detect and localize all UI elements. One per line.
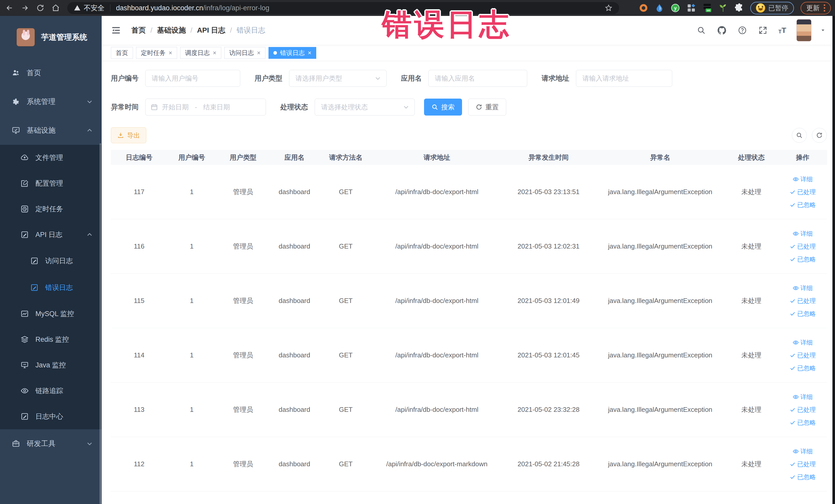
extension-drop-icon[interactable] bbox=[655, 3, 664, 13]
extensions-puzzle-icon[interactable] bbox=[734, 3, 744, 13]
sidebar-item-label: 错误日志 bbox=[45, 283, 73, 292]
security-chip[interactable]: 不安全 bbox=[84, 3, 104, 13]
app-name-input[interactable] bbox=[428, 70, 527, 87]
sidebar-item-log-center[interactable]: 日志中心 bbox=[0, 404, 102, 429]
browser-reload-icon[interactable] bbox=[34, 2, 46, 14]
detail-link[interactable]: 详细 bbox=[793, 285, 813, 291]
detail-link[interactable]: 详细 bbox=[793, 339, 813, 346]
browser-back-icon[interactable] bbox=[4, 2, 15, 14]
sidebar-item-java-monitor[interactable]: Java 监控 bbox=[0, 352, 102, 378]
avatar-caret-icon[interactable] bbox=[820, 27, 826, 33]
process-status-select[interactable]: 请选择处理状态 bbox=[315, 99, 415, 116]
mark-processed-link[interactable]: 已处理 bbox=[790, 298, 816, 304]
sidebar-item-label: 访问日志 bbox=[45, 256, 73, 265]
sidebar-item-home[interactable]: 首页 bbox=[0, 59, 102, 87]
extension-green-y-icon[interactable]: y bbox=[671, 3, 680, 13]
github-icon[interactable] bbox=[717, 25, 727, 36]
tab-schedule-log[interactable]: 调度日志 × bbox=[180, 47, 221, 59]
search-button[interactable]: 搜索 bbox=[424, 99, 462, 116]
mark-ignored-link[interactable]: 已忽略 bbox=[790, 474, 816, 480]
mark-processed-link[interactable]: 已处理 bbox=[790, 189, 816, 195]
mark-ignored-link[interactable]: 已忽略 bbox=[790, 365, 816, 371]
sidebar-item-error-log[interactable]: 错误日志 bbox=[0, 274, 102, 301]
sidebar-item-label: Java 监控 bbox=[36, 361, 66, 370]
breadcrumb-home[interactable]: 首页 bbox=[131, 25, 146, 35]
mark-processed-link[interactable]: 已处理 bbox=[790, 352, 816, 358]
tab-close-icon[interactable]: × bbox=[257, 50, 261, 56]
row-actions: 详细 已处理 已忽略 bbox=[778, 165, 827, 219]
detail-link[interactable]: 详细 bbox=[793, 394, 813, 400]
user-id-input[interactable] bbox=[145, 70, 240, 87]
check-icon bbox=[790, 189, 796, 195]
sidebar-item-system[interactable]: 系统管理 bbox=[0, 87, 102, 116]
mark-processed-link[interactable]: 已处理 bbox=[790, 407, 816, 413]
extension-grid-icon[interactable] bbox=[687, 3, 696, 13]
search-icon[interactable] bbox=[696, 25, 707, 36]
extension-tampermonkey-on-icon[interactable]: on bbox=[702, 3, 712, 13]
sidebar-item-infrastructure[interactable]: 基础设施 bbox=[0, 116, 102, 145]
mark-processed-link[interactable]: 已处理 bbox=[790, 243, 816, 249]
browser-home-icon[interactable] bbox=[50, 2, 62, 14]
extensions-area: y on 已暂停 更新 bbox=[639, 2, 835, 14]
sidebar-item-access-log[interactable]: 访问日志 bbox=[0, 247, 102, 274]
sidebar-item-scheduled-jobs[interactable]: 定时任务 bbox=[0, 196, 102, 222]
tab-close-icon[interactable]: × bbox=[169, 50, 172, 56]
sidebar-item-dev-tools[interactable]: 研发工具 bbox=[0, 429, 102, 458]
tab-close-icon[interactable]: × bbox=[213, 50, 217, 56]
extension-orange-icon[interactable] bbox=[639, 3, 648, 13]
sidebar-item-mysql-monitor[interactable]: MySQL 监控 bbox=[0, 301, 102, 327]
bookmark-star-icon[interactable] bbox=[605, 4, 612, 12]
mark-ignored-link[interactable]: 已忽略 bbox=[790, 420, 816, 426]
sidebar-item-label: 文件管理 bbox=[36, 153, 63, 162]
sidebar-collapse-icon[interactable] bbox=[111, 25, 121, 36]
font-size-icon[interactable]: TT bbox=[778, 26, 786, 34]
row-actions: 详细 已处理 已忽略 bbox=[778, 383, 827, 437]
tab-home[interactable]: 首页 bbox=[111, 47, 133, 59]
detail-link[interactable]: 详细 bbox=[793, 176, 813, 182]
breadcrumb-api-log[interactable]: API 日志 bbox=[197, 25, 225, 35]
tab-scheduled-jobs[interactable]: 定时任务 × bbox=[136, 47, 177, 59]
chevron-down-icon bbox=[403, 104, 409, 110]
refresh-table-button[interactable] bbox=[812, 128, 827, 143]
sidebar-item-label: 链路追踪 bbox=[36, 386, 63, 396]
detail-link[interactable]: 详细 bbox=[793, 448, 813, 455]
tab-close-icon[interactable]: × bbox=[308, 50, 311, 56]
fullscreen-icon[interactable] bbox=[758, 25, 768, 36]
col-request-url: 请求地址 bbox=[373, 153, 501, 162]
search-icon bbox=[796, 132, 803, 139]
exception-time-range-picker[interactable]: 开始日期 - 结束日期 bbox=[145, 99, 266, 116]
mark-ignored-link[interactable]: 已忽略 bbox=[790, 202, 816, 208]
mark-ignored-link[interactable]: 已忽略 bbox=[790, 311, 816, 317]
address-bar[interactable]: 不安全 dashboard.yudao.iocoder.cn/infra/log… bbox=[67, 2, 619, 14]
profile-paused-badge[interactable]: 已暂停 bbox=[750, 2, 794, 14]
detail-link[interactable]: 详细 bbox=[793, 230, 813, 237]
sidebar-item-file-management[interactable]: 文件管理 bbox=[0, 145, 102, 170]
col-user-id: 用户编号 bbox=[167, 153, 216, 162]
sidebar-item-config-management[interactable]: 配置管理 bbox=[0, 170, 102, 196]
tab-error-log[interactable]: 错误日志 × bbox=[268, 47, 316, 59]
check-icon bbox=[790, 352, 796, 358]
sidebar-scrollbar[interactable] bbox=[100, 143, 101, 504]
reset-button[interactable]: 重置 bbox=[468, 99, 506, 116]
sidebar-logo[interactable]: 芋道管理系统 bbox=[0, 16, 102, 59]
sidebar-item-redis-monitor[interactable]: Redis 监控 bbox=[0, 327, 102, 352]
sidebar-item-trace[interactable]: 链路追踪 bbox=[0, 378, 102, 404]
extension-plant-icon[interactable] bbox=[718, 3, 728, 13]
user-avatar[interactable] bbox=[796, 19, 811, 41]
page-content: 用户编号 用户类型 请选择用户类型 应用名 请求地址 bbox=[102, 61, 835, 504]
toggle-search-button[interactable] bbox=[792, 128, 807, 143]
browser-menu-kebab-icon[interactable] bbox=[824, 4, 825, 12]
sidebar-item-api-log[interactable]: API 日志 bbox=[0, 222, 102, 247]
help-icon[interactable] bbox=[737, 25, 748, 36]
request-url-input[interactable] bbox=[576, 70, 672, 87]
mark-ignored-link[interactable]: 已忽略 bbox=[790, 256, 816, 262]
mark-processed-link[interactable]: 已处理 bbox=[790, 461, 816, 467]
browser-update-button[interactable]: 更新 bbox=[801, 2, 831, 14]
breadcrumb-infrastructure[interactable]: 基础设施 bbox=[157, 25, 186, 35]
user-type-select[interactable]: 请选择用户类型 bbox=[289, 70, 387, 87]
export-button[interactable]: 导出 bbox=[111, 127, 146, 143]
browser-forward-icon[interactable] bbox=[19, 2, 31, 14]
tab-access-log[interactable]: 访问日志 × bbox=[224, 47, 265, 59]
url-text[interactable]: dashboard.yudao.iocoder.cn/infra/log/api… bbox=[116, 4, 269, 12]
chevron-up-icon bbox=[86, 127, 93, 134]
